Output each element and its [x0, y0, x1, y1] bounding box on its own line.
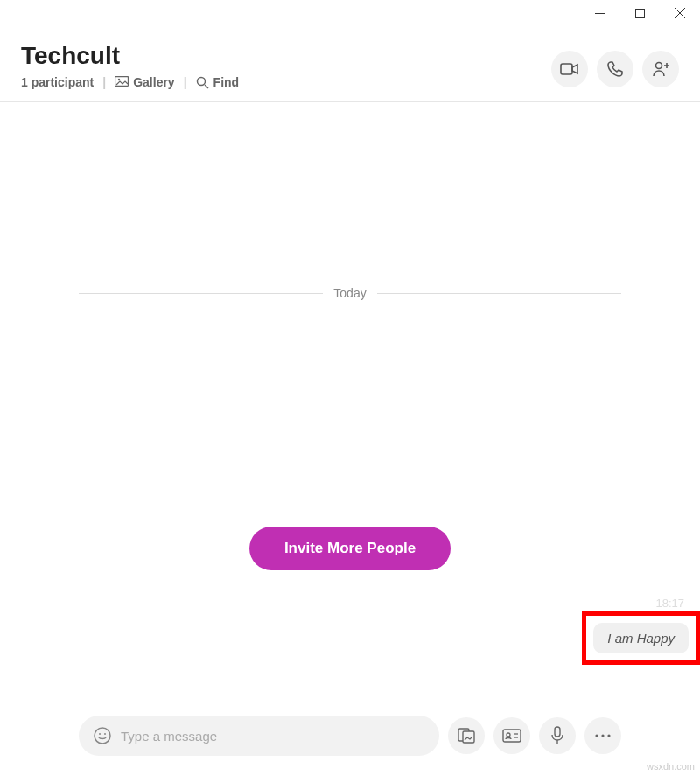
date-divider: Today — [79, 286, 621, 300]
svg-point-23 — [595, 734, 598, 737]
add-participants-button[interactable] — [642, 51, 679, 87]
annotation-highlight-box: I am Happy — [582, 611, 700, 665]
message-group-outgoing: 18:17 I am Happy — [582, 597, 700, 665]
contact-card-icon — [502, 729, 522, 743]
svg-rect-8 — [561, 64, 572, 74]
phone-icon — [606, 60, 624, 78]
svg-rect-1 — [635, 9, 644, 17]
find-button[interactable]: Find — [196, 75, 240, 89]
more-horizontal-icon — [594, 733, 612, 738]
share-contact-button[interactable] — [494, 717, 530, 754]
video-call-button[interactable] — [551, 51, 588, 87]
add-file-button[interactable] — [448, 717, 485, 754]
person-add-icon — [651, 60, 670, 78]
more-options-button[interactable] — [584, 717, 621, 754]
chat-title: Techcult — [21, 42, 239, 70]
svg-rect-17 — [503, 730, 521, 742]
separator: | — [99, 75, 109, 89]
maximize-icon — [635, 9, 645, 18]
svg-rect-21 — [555, 727, 560, 737]
emoji-icon — [93, 726, 112, 745]
minimize-button[interactable] — [579, 0, 620, 26]
message-bubble[interactable]: I am Happy — [593, 623, 689, 653]
message-input[interactable] — [121, 729, 425, 744]
microphone-icon — [550, 726, 564, 745]
svg-point-24 — [601, 734, 604, 737]
date-label: Today — [333, 286, 366, 300]
watermark-text: wsxdn.com — [647, 761, 695, 772]
svg-point-12 — [94, 728, 110, 744]
svg-point-14 — [104, 733, 106, 735]
svg-point-18 — [507, 733, 510, 737]
message-timestamp: 18:17 — [655, 597, 684, 610]
gallery-label: Gallery — [133, 75, 174, 89]
gallery-button[interactable]: Gallery — [115, 75, 174, 89]
chat-messages-area: Today Invite More People 18:17 I am Happ… — [0, 102, 700, 700]
file-image-icon — [458, 728, 475, 744]
svg-point-25 — [607, 734, 610, 737]
chat-header: Techcult 1 participant | Gallery | Find — [0, 28, 700, 102]
invite-area: Invite More People — [0, 527, 700, 570]
find-label: Find — [214, 75, 240, 89]
svg-point-6 — [197, 77, 205, 85]
minimize-icon — [595, 9, 605, 18]
window-titlebar — [0, 0, 700, 28]
search-icon — [196, 76, 209, 89]
camera-icon — [560, 62, 579, 76]
svg-line-7 — [205, 85, 208, 88]
invite-more-people-button[interactable]: Invite More People — [249, 527, 451, 570]
chat-subheader: 1 participant | Gallery | Find — [21, 75, 239, 89]
svg-point-13 — [99, 733, 101, 735]
separator: | — [180, 75, 191, 89]
gallery-icon — [115, 76, 129, 88]
emoji-button[interactable] — [93, 726, 112, 745]
participants-count[interactable]: 1 participant — [21, 75, 94, 89]
message-composer — [0, 700, 700, 775]
divider-line — [377, 293, 621, 294]
divider-line — [79, 293, 323, 294]
svg-point-9 — [656, 63, 662, 69]
composer-input-wrap — [79, 716, 439, 756]
svg-point-5 — [118, 79, 120, 80]
close-icon — [675, 8, 685, 18]
header-actions — [551, 51, 679, 87]
audio-call-button[interactable] — [597, 51, 634, 87]
maximize-button[interactable] — [620, 0, 660, 26]
chat-header-info: Techcult 1 participant | Gallery | Find — [21, 42, 239, 89]
voice-message-button[interactable] — [539, 717, 576, 754]
close-button[interactable] — [660, 0, 700, 26]
